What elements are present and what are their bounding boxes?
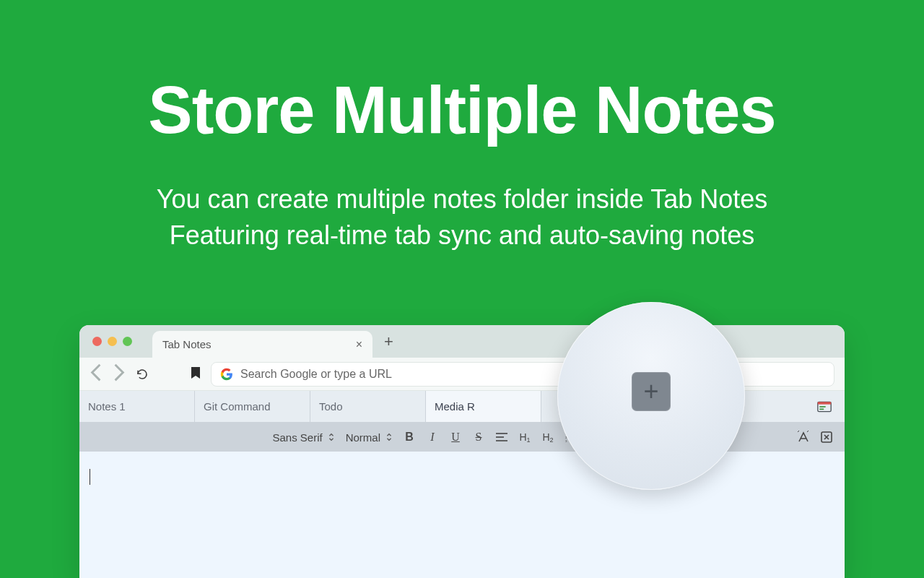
chevron-updown-icon xyxy=(328,433,334,441)
svg-line-22 xyxy=(807,431,809,432)
browser-tab[interactable]: Tab Notes × xyxy=(152,331,372,358)
reload-button[interactable] xyxy=(136,368,149,381)
note-tab-actions xyxy=(817,391,845,422)
note-tab-label: Git Command xyxy=(204,400,271,413)
hero-title: Store Multiple Notes xyxy=(0,72,924,148)
new-tab-button[interactable]: + xyxy=(384,332,393,351)
forward-button[interactable] xyxy=(113,363,126,384)
note-tab[interactable]: Git Command xyxy=(195,391,310,422)
address-bar-placeholder: Search Google or type a URL xyxy=(240,368,392,381)
align-button[interactable] xyxy=(496,431,507,443)
text-caret xyxy=(90,469,90,485)
italic-button[interactable]: I xyxy=(427,431,438,444)
window-minimize-icon[interactable] xyxy=(108,337,117,346)
underline-button[interactable]: U xyxy=(450,431,461,444)
heading1-button[interactable]: H1 xyxy=(519,431,531,444)
magnifier-overlay: + xyxy=(557,302,745,490)
note-tab[interactable]: Media R xyxy=(426,391,541,422)
strikethrough-button[interactable]: S xyxy=(473,431,484,444)
hero: Store Multiple Notes You can create mult… xyxy=(0,0,924,253)
note-tab[interactable]: Notes 1 xyxy=(79,391,195,422)
browser-tab-title: Tab Notes xyxy=(162,338,356,350)
font-family-select[interactable]: Sans Serif xyxy=(272,431,334,444)
window-layout-icon[interactable] xyxy=(817,401,832,413)
close-tab-icon[interactable]: × xyxy=(356,338,362,351)
svg-rect-1 xyxy=(818,402,831,404)
text-style-icon[interactable] xyxy=(797,431,810,444)
window-controls xyxy=(92,337,132,346)
clear-format-icon[interactable] xyxy=(820,431,833,444)
heading2-button[interactable]: H2 xyxy=(542,431,554,444)
add-note-button[interactable]: + xyxy=(632,372,671,411)
window-close-icon[interactable] xyxy=(92,337,102,346)
google-icon xyxy=(220,368,233,381)
note-tab-label: Media R xyxy=(435,400,475,413)
note-tab-label: Notes 1 xyxy=(88,400,126,413)
chevron-updown-icon xyxy=(386,433,392,441)
hero-subtitle: You can create multiple notes folder ins… xyxy=(0,181,924,253)
svg-line-21 xyxy=(798,431,800,432)
svg-rect-2 xyxy=(819,406,825,407)
svg-text:3: 3 xyxy=(565,439,567,443)
bold-button[interactable]: B xyxy=(404,431,415,444)
svg-rect-3 xyxy=(819,408,824,410)
bookmark-icon[interactable] xyxy=(191,366,201,382)
back-button[interactable] xyxy=(90,363,103,384)
note-tab-label: Todo xyxy=(319,400,343,413)
font-size-select[interactable]: Normal xyxy=(346,431,392,444)
window-maximize-icon[interactable] xyxy=(123,337,132,346)
note-editor[interactable] xyxy=(79,452,845,578)
note-tab[interactable]: Todo xyxy=(310,391,426,422)
